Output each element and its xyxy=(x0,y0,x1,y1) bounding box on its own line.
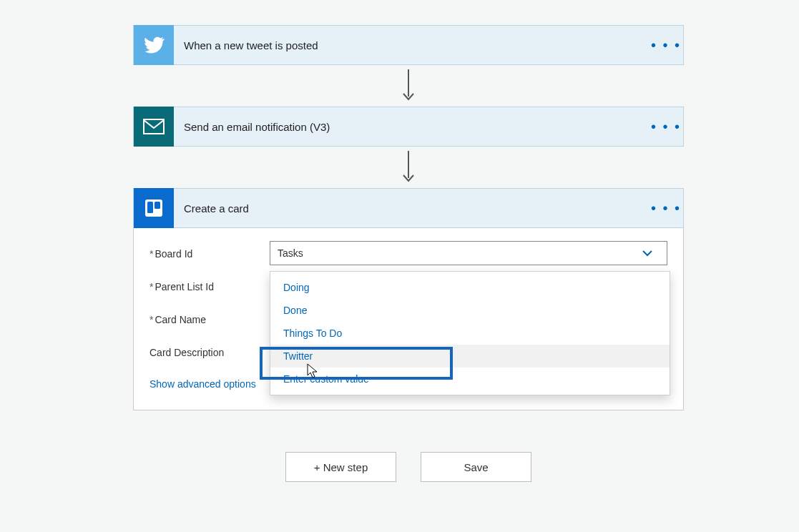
field-label: *Card Name xyxy=(149,312,270,325)
field-label: *Parent List Id xyxy=(149,280,270,292)
step-title: Create a card xyxy=(174,202,649,215)
dropdown-option-doing[interactable]: Doing xyxy=(270,276,670,299)
select-value: Tasks xyxy=(278,247,641,259)
save-button[interactable]: Save xyxy=(421,452,531,482)
dropdown-option-things-to-do[interactable]: Things To Do xyxy=(270,322,670,345)
ellipsis-icon[interactable]: • • • xyxy=(649,37,683,54)
flow-arrow xyxy=(133,65,684,107)
bottom-button-bar: + New step Save xyxy=(133,452,684,482)
step-twitter-trigger[interactable]: When a new tweet is posted • • • xyxy=(133,25,684,65)
step-email-action[interactable]: Send an email notification (V3) • • • xyxy=(133,107,684,147)
trello-icon xyxy=(134,188,174,228)
ellipsis-icon[interactable]: • • • xyxy=(649,119,683,135)
chevron-down-icon xyxy=(641,247,660,260)
svg-rect-5 xyxy=(155,202,160,209)
step-trello-header[interactable]: Create a card • • • xyxy=(133,188,684,228)
required-marker: * xyxy=(149,248,153,260)
svg-rect-4 xyxy=(147,202,153,213)
step-trello-body: *Board Id Tasks *Parent List Id The id o… xyxy=(133,228,684,410)
parent-list-dropdown: Doing Done Things To Do Twitter Enter cu… xyxy=(270,271,670,395)
svg-rect-1 xyxy=(144,119,164,134)
new-step-button[interactable]: + New step xyxy=(285,452,396,482)
required-marker: * xyxy=(149,281,153,292)
show-advanced-options-link[interactable]: Show advanced options xyxy=(149,378,256,390)
field-board-id: *Board Id Tasks xyxy=(149,241,667,265)
email-icon xyxy=(134,107,174,147)
step-title: When a new tweet is posted xyxy=(174,39,649,51)
board-id-select[interactable]: Tasks xyxy=(270,241,667,265)
dropdown-option-custom[interactable]: Enter custom value xyxy=(270,368,670,390)
ellipsis-icon[interactable]: • • • xyxy=(649,200,683,217)
twitter-icon xyxy=(134,25,174,65)
field-label: *Board Id xyxy=(149,247,270,260)
dropdown-option-twitter[interactable]: Twitter xyxy=(270,345,670,368)
required-marker: * xyxy=(149,314,153,325)
field-label: Card Description xyxy=(149,345,270,358)
step-title: Send an email notification (V3) xyxy=(174,121,649,133)
flow-arrow xyxy=(133,147,684,188)
dropdown-option-done[interactable]: Done xyxy=(270,299,670,322)
